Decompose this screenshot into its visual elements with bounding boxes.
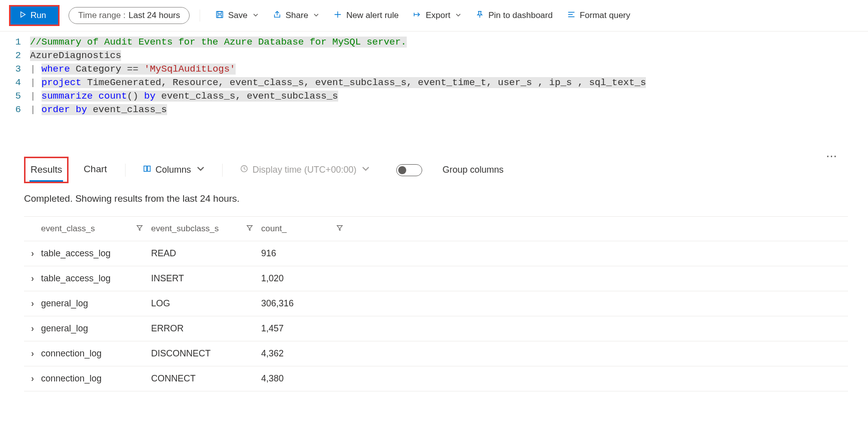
svg-rect-2 [218,15,221,17]
col-header-event-class[interactable]: event_class_s [41,224,151,234]
code-line[interactable]: AzureDiagnostics [30,49,868,63]
expand-row-icon[interactable]: › [24,348,41,359]
table-row[interactable]: ›connection_logDISCONNECT4,362 [24,341,848,366]
filter-icon[interactable] [336,224,343,234]
expand-row-icon[interactable]: › [24,248,41,259]
table-row[interactable]: ›general_logERROR1,457 [24,316,848,341]
format-icon [567,10,576,22]
filter-icon[interactable] [136,224,143,234]
cell-count: 4,380 [261,373,351,384]
cell-event-subclass: CONNECT [151,373,261,384]
group-columns-toggle[interactable] [396,164,422,176]
results-panel: ⋯ Results Chart Columns Display time (UT… [0,157,868,391]
results-tabs-row: Results Chart Columns Display time (UTC+… [24,157,848,183]
share-button[interactable]: Share [268,7,324,25]
line-number: 4 [0,76,21,90]
cell-count: 1,457 [261,323,351,334]
table-row[interactable]: ›table_access_logREAD916 [24,241,848,266]
cell-count: 916 [261,248,351,259]
code-line[interactable]: | where Category == 'MySqlAuditLogs' [30,63,868,76]
status-bold: Completed [24,193,70,204]
chevron-down-icon [312,11,319,21]
display-time-button[interactable]: Display time (UTC+00:00) [240,164,371,176]
pin-icon [475,10,484,22]
table-row[interactable]: ›connection_logCONNECT4,380 [24,366,848,391]
save-button[interactable]: Save [210,7,264,25]
expand-row-icon[interactable]: › [24,373,41,384]
code-line[interactable]: | order by event_class_s [30,103,868,117]
cell-event-subclass: LOG [151,298,261,309]
cell-count: 1,020 [261,273,351,284]
share-label: Share [286,11,308,21]
line-number: 6 [0,103,21,117]
table-row[interactable]: ›general_logLOG306,316 [24,291,848,316]
export-icon [413,10,422,22]
plus-icon [333,10,342,22]
tab-results[interactable]: Results [30,161,63,182]
filter-icon[interactable] [246,224,253,234]
pin-button[interactable]: Pin to dashboard [470,7,558,25]
time-range-value: Last 24 hours [129,11,180,21]
new-alert-label: New alert rule [346,11,399,21]
expand-row-icon[interactable]: › [24,298,41,309]
code-line[interactable]: //Summary of Audit Events for the Azure … [30,36,868,49]
code-area[interactable]: //Summary of Audit Events for the Azure … [30,36,868,117]
cell-event-subclass: ERROR [151,323,261,334]
query-toolbar: Run Time range : Last 24 hours Save Shar… [0,0,868,32]
play-icon [20,11,27,21]
time-range-picker[interactable]: Time range : Last 24 hours [69,7,190,24]
svg-rect-1 [218,11,221,14]
new-alert-button[interactable]: New alert rule [328,7,404,25]
results-table: event_class_s event_subclass_s count_ ›t… [24,216,848,391]
export-button[interactable]: Export [408,7,466,25]
cell-event-class: general_log [41,323,151,334]
table-header-row: event_class_s event_subclass_s count_ [24,216,848,241]
svg-rect-0 [217,11,223,18]
cell-event-class: general_log [41,298,151,309]
share-icon [273,10,282,22]
col-header-event-subclass[interactable]: event_subclass_s [151,224,261,234]
tab-chart[interactable]: Chart [83,161,108,180]
format-button[interactable]: Format query [562,7,635,25]
status-line: Completed. Showing results from the last… [24,183,848,216]
code-line[interactable]: | summarize count() by event_class_s, ev… [30,90,868,103]
results-tab-highlight: Results [24,157,69,183]
save-icon [215,10,224,22]
run-button[interactable]: Run [11,7,58,25]
cell-event-subclass: READ [151,248,261,259]
columns-button[interactable]: Columns [143,164,205,176]
svg-rect-4 [148,166,150,172]
separator [125,164,126,177]
cell-event-class: connection_log [41,348,151,359]
query-editor[interactable]: 123456 //Summary of Audit Events for the… [0,32,868,157]
table-row[interactable]: ›table_access_logINSERT1,020 [24,266,848,291]
group-columns-label: Group columns [442,165,503,175]
chevron-down-icon [454,11,461,21]
group-columns-label-wrap: Group columns [442,165,503,175]
expand-row-icon[interactable]: › [24,273,41,284]
col-header-count[interactable]: count_ [261,224,351,234]
format-label: Format query [580,11,630,21]
time-range-label: Time range : [78,11,126,21]
line-number: 2 [0,49,21,63]
cell-event-class: table_access_log [41,248,151,259]
pin-label: Pin to dashboard [488,11,553,21]
cell-count: 4,362 [261,348,351,359]
expand-row-icon[interactable]: › [24,323,41,334]
cell-event-class: table_access_log [41,273,151,284]
code-line[interactable]: | project TimeGenerated, Resource, event… [30,76,868,90]
line-number: 5 [0,90,21,103]
line-gutter: 123456 [0,36,30,117]
col-header-label: count_ [261,224,287,234]
export-label: Export [426,11,450,21]
svg-rect-3 [144,166,147,172]
status-rest: . Showing results from the last 24 hours… [70,193,240,204]
cell-event-subclass: INSERT [151,273,261,284]
chevron-down-icon [195,164,205,176]
cell-count: 306,316 [261,298,351,309]
col-header-label: event_class_s [41,224,95,234]
cell-event-subclass: DISCONNECT [151,348,261,359]
separator [222,164,223,177]
clock-icon [240,164,249,176]
chevron-down-icon [360,164,370,176]
